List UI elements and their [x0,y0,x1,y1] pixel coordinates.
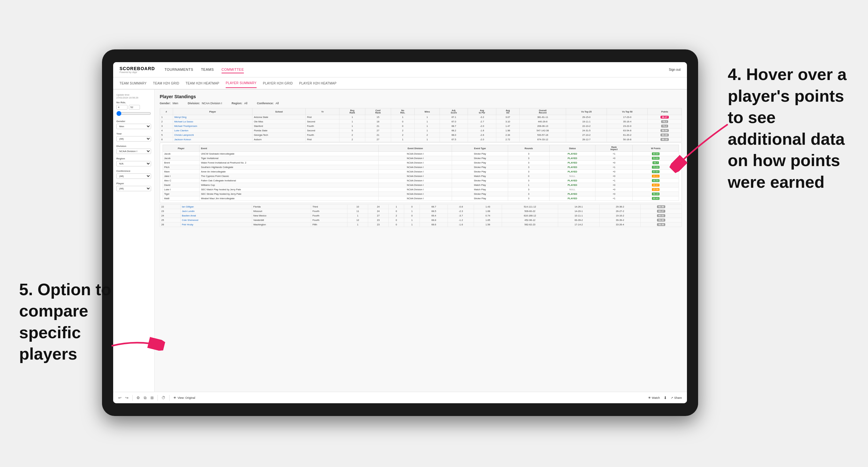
filter-gender-label: Gender: [160,102,171,105]
sub-nav-team-summary[interactable]: TEAM SUMMARY [120,79,147,88]
td-avg-sg: 1.43 [474,205,502,209]
w-points-badge[interactable]: 73.33 [652,166,659,168]
th-overall: OverallRecord [519,108,566,115]
td-reg-rank: 2 [340,137,365,142]
td-avg-to-par: -2.7 [468,120,496,124]
sub-nav-player-summary[interactable]: PLAYER SUMMARY [226,79,257,88]
tooltip-td-status: PLAYED [550,192,595,196]
layout-icon[interactable]: ⊞ [151,396,154,400]
nav-item-committee[interactable]: COMMITTEE [221,66,244,73]
tooltip-td-type: Match Play [452,183,508,187]
tooltip-td-player: Mare [163,169,199,174]
nav-sign-out[interactable]: Sign out [669,68,681,71]
nav-item-tournaments[interactable]: TOURNAMENTS [164,66,193,73]
share-button[interactable]: ↗ Share [671,396,682,399]
tooltip-td-type: Stroke Play [452,156,508,161]
sub-nav-player-h2h-grid[interactable]: PLAYER H2H GRID [263,79,293,88]
points-badge[interactable]: 58.49 [657,223,665,226]
sidebar-region: Region N/A [116,157,151,166]
w-points-badge[interactable]: 56.18 [652,192,659,195]
td-reg-rank: 1 [340,124,365,128]
sidebar-range-slider[interactable] [116,111,151,116]
points-badge[interactable]: 60.02 [657,214,665,217]
player-link[interactable]: Michael La Sasso [174,120,193,123]
td-overall: 208-06-13 [519,124,566,128]
sub-nav-player-h2h-heatmap[interactable]: PLAYER H2H HEATMAP [299,79,337,88]
w-points-badge[interactable]: 46.7 [652,161,659,164]
sidebar-gender-select[interactable]: Men [116,124,151,129]
undo-icon[interactable]: ↩ [118,396,121,400]
sidebar-no-rds-max[interactable] [129,105,140,110]
status-text: NULL [569,188,576,191]
sidebar-year-select[interactable]: (All) [116,136,151,142]
points-badge[interactable]: 60.27 [657,210,665,213]
nav-item-teams[interactable]: TEAMS [201,66,214,73]
w-points-badge[interactable]: 66.40 [652,197,659,200]
filter-conference: Conference: All [257,102,279,105]
update-time: Update time: 27/01/2024 16:56:26 [116,93,151,99]
points-badge[interactable]: 59.95 [657,219,665,222]
tooltip-td-status: PLAYED [550,169,595,174]
tooltip-header-row: Player Event Event Division Event Type R… [163,145,679,152]
points-badge[interactable]: 88.27 [660,116,669,119]
sidebar-no-rds-min[interactable] [116,105,127,110]
player-link[interactable]: Christo Lamprecht [174,133,194,136]
tooltip-row: Alex C Fallen Oak Collegiate Invitationa… [163,179,679,183]
tooltip-td-rank: +1 [595,196,633,201]
points-badge[interactable]: 60.58 [657,205,665,208]
w-points-badge[interactable]: 60.64 [652,152,659,155]
player-link[interactable]: Ian Gilligan [182,205,194,208]
filter-gender: Gender: Men [160,102,178,105]
player-link[interactable]: Luke Clanton [174,129,188,132]
player-link[interactable]: Jack Lundin [182,210,195,213]
sidebar-division-select[interactable]: NCAA Division I [116,149,151,154]
player-link[interactable]: Wenyi Ding [174,116,186,119]
tooltip-td-status: PLAYED [550,165,595,169]
player-link[interactable]: Michael Thorbjornsen [174,125,197,127]
tooltip-td-rank: +0 [595,161,633,165]
player-link[interactable]: Cole Sherwood [182,219,198,222]
w-points-badge[interactable]: 24.11 [652,175,659,178]
annotation-4-text: 4. Hover over a player's points to see a… [728,65,847,191]
player-link[interactable]: Petr Hruby [182,223,193,226]
tooltip-td-rank: +0 [595,169,633,174]
td-conf-rank: 27 [365,128,391,133]
sidebar-conference-select[interactable]: (All) [116,174,151,179]
w-points-badge[interactable]: 25.98 [652,188,659,191]
w-points-badge[interactable]: 57.57 [652,170,659,173]
td-school: Washington [252,222,311,227]
settings-icon[interactable]: ⚙ [136,396,140,400]
clock-icon[interactable]: ⏱ [162,396,165,400]
view-original-button[interactable]: 👁 View: Original [174,396,195,399]
lower-standings-table: 22 Ian Gilligan Florida Third 10 24 1 0 … [160,204,682,227]
w-points-badge[interactable]: 46.50 [652,179,659,182]
td-player: Petr Hruby [180,222,252,227]
td-vs25: 10-11-1 [558,214,599,218]
copy-icon[interactable]: ⧉ [144,396,147,400]
td-overall: 440-26-6 [519,120,566,124]
tooltip-td-wpoints: 66.40 [633,196,679,201]
sub-nav-team-h2h-grid[interactable]: TEAM H2H GRID [153,79,179,88]
sidebar-region-select[interactable]: N/A [116,161,151,166]
tooltip-td-wpoints: 46.50 [633,179,679,183]
sub-nav-team-h2h-heatmap[interactable]: TEAM H2H HEATMAP [186,79,219,88]
player-link[interactable]: Bastien Amat [182,214,196,217]
sidebar-player-select[interactable]: (All) [116,186,151,191]
td-avg-sg: 3.07 [496,115,520,120]
tooltip-td-rank: +1 [595,152,633,156]
th-vs25: Vs Top 25 [566,108,607,115]
td-school: Florida [252,205,311,209]
w-points-badge[interactable]: 53.60 [652,157,659,160]
tooltip-th-event: Event [199,145,379,152]
player-link[interactable]: Jackson Koivun [174,138,191,141]
download-icon[interactable]: ⬇ [664,396,667,400]
tooltip-td-status: PLAYED [550,152,595,156]
w-points-badge[interactable]: 30.47 [652,184,659,186]
td-num: 4 [160,128,173,133]
redo-icon[interactable]: ↪ [125,396,128,400]
td-yr: Fifth [311,222,347,227]
tooltip-td-status: PLAYED [550,161,595,165]
tooltip-td-player: Brent [163,161,199,165]
watch-button[interactable]: 👁 Watch [648,396,660,399]
table-row: 6 Jackson Koivun Auburn First 2 27 1 1 6… [160,137,682,142]
